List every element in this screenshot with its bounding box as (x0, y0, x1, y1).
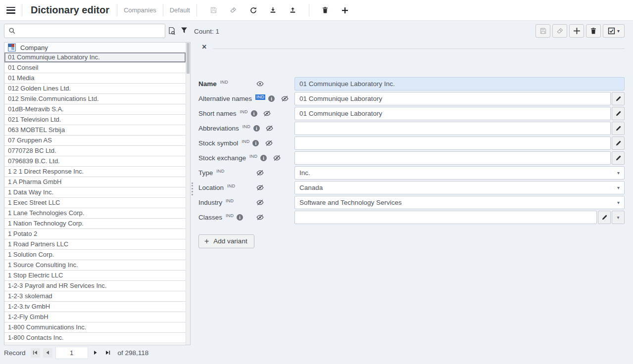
close-record-button[interactable]: × (202, 44, 206, 50)
save-button[interactable] (204, 3, 224, 18)
erase-button[interactable] (224, 3, 243, 18)
classes-visibility-off-icon[interactable] (254, 214, 266, 221)
type-visibility-off-icon[interactable] (254, 169, 266, 177)
classes-info-icon: i (237, 214, 243, 221)
stock-exchange-edit-button[interactable] (612, 151, 625, 165)
alternative-names-field[interactable]: 01 Communique Laboratory (294, 92, 611, 105)
abbreviations-edit-button[interactable] (612, 122, 625, 135)
upload-button[interactable] (283, 3, 303, 18)
select-records-dropdown-button[interactable]: ▾ (603, 24, 625, 38)
next-record-button[interactable] (91, 348, 100, 358)
list-item[interactable]: 1-800 East West Mortgage Company Inc. (4, 343, 186, 345)
abbreviations-row: AbbreviationsINDi (198, 122, 625, 135)
list-item[interactable]: 01 Communique Laboratory Inc. (4, 52, 186, 63)
classes-label: Classes (198, 214, 222, 221)
short-names-label: Short names (198, 110, 237, 117)
industry-selected-value: Software and Technology Services (299, 199, 402, 206)
list-item[interactable]: 1 Exec Street LLC (4, 198, 186, 208)
list-item[interactable]: 1 Stop Electric LLC (4, 271, 186, 281)
list-item[interactable]: 0770728 BC Ltd. (4, 146, 186, 156)
industry-select[interactable]: Software and Technology Services▾ (294, 196, 625, 209)
classes-edit-button[interactable] (598, 211, 611, 224)
list-item[interactable]: 1 Lane Technologies Corp. (4, 208, 186, 219)
name-visibility-icon[interactable] (254, 80, 266, 88)
list-item[interactable]: 1 2 1 Direct Response Inc. (4, 167, 186, 177)
classes-row: ClassesINDi▾ (198, 211, 625, 224)
list-item[interactable]: 1 Road Partners LLC (4, 239, 186, 250)
location-select[interactable]: Canada▾ (294, 181, 625, 194)
industry-visibility-off-icon[interactable] (254, 199, 266, 206)
company-column-header[interactable]: Company (4, 43, 190, 53)
list-item[interactable]: 0796839 B.C. Ltd. (4, 156, 186, 167)
abbreviations-field[interactable] (294, 122, 611, 135)
record-detail-panel: × NameIND01 Communique Laboratory Inc.Al… (195, 42, 625, 364)
list-item[interactable]: 01 Conseil (4, 63, 186, 73)
stock-symbol-row: Stock symbolINDi (198, 136, 625, 150)
list-scrollbar[interactable] (186, 43, 190, 345)
list-item[interactable]: 1 Solution Corp. (4, 250, 186, 260)
record-erase-button[interactable] (552, 24, 567, 38)
stock-symbol-visibility-off-icon[interactable] (263, 139, 275, 147)
list-item[interactable]: 1 A Pharma GmbH (4, 177, 186, 187)
record-save-button[interactable] (536, 24, 550, 38)
download-button[interactable] (263, 3, 283, 18)
location-row: LocationINDCanada▾ (198, 181, 625, 194)
list-item[interactable]: 1 Potato 2 (4, 229, 186, 239)
alternative-names-visibility-off-icon[interactable] (279, 95, 291, 102)
filter-button[interactable] (181, 27, 188, 34)
breadcrumb-view[interactable]: Default (163, 6, 196, 14)
trash-icon (590, 27, 597, 35)
list-item[interactable]: 01dB-Metravib S.A. (4, 104, 186, 115)
short-names-edit-button[interactable] (612, 107, 625, 120)
short-names-visibility-off-icon[interactable] (261, 110, 273, 117)
previous-record-button[interactable] (43, 348, 52, 358)
list-item[interactable]: 1-2-3 skolemad (4, 291, 186, 302)
location-visibility-off-icon[interactable] (254, 184, 266, 191)
refresh-button[interactable] (243, 3, 263, 18)
list-item[interactable]: 1 Nation Technology Corp. (4, 219, 186, 229)
chevron-down-icon: ▾ (617, 28, 620, 34)
list-item[interactable]: 01 Media (4, 73, 186, 84)
list-item[interactable]: 1 Data Way Inc. (4, 187, 186, 198)
list-item[interactable]: 012 Golden Lines Ltd. (4, 84, 186, 94)
record-add-button[interactable] (569, 24, 584, 38)
stock-exchange-field[interactable] (294, 151, 611, 165)
eraser-icon (230, 6, 237, 14)
record-number-input[interactable] (55, 347, 88, 359)
panel-splitter-handle[interactable] (192, 182, 193, 195)
stock-symbol-ind-tag: IND (242, 139, 249, 144)
first-record-button[interactable] (31, 348, 40, 358)
last-record-button[interactable] (103, 348, 113, 358)
delete-button[interactable] (315, 3, 335, 18)
list-item[interactable]: 1 Source Consulting Inc. (4, 260, 186, 271)
type-select[interactable]: Inc.▾ (294, 166, 625, 180)
add-variant-button[interactable]: +Add variant (198, 234, 254, 248)
list-item[interactable]: 012 Smile.Communications Ltd. (4, 94, 186, 104)
stock-symbol-edit-button[interactable] (612, 136, 625, 150)
stock-exchange-visibility-off-icon[interactable] (271, 154, 283, 162)
list-item[interactable]: 1-800 Contacts Inc. (4, 333, 186, 343)
abbreviations-visibility-off-icon[interactable] (264, 125, 276, 132)
list-item[interactable]: 1-2-3.tv GmbH (4, 302, 186, 312)
search-in-document-button[interactable] (168, 27, 176, 35)
hamburger-menu-icon[interactable] (6, 7, 15, 14)
search-input[interactable] (16, 27, 165, 35)
classes-field[interactable] (294, 211, 597, 224)
name-field: 01 Communique Laboratory Inc. (294, 77, 625, 91)
classes-dropdown-button[interactable]: ▾ (612, 211, 625, 224)
list-item[interactable]: 1-2-Fly GmbH (4, 312, 186, 322)
alternative-names-edit-button[interactable] (612, 92, 625, 105)
list-item[interactable]: 063 MOBTEL Srbija (4, 125, 186, 136)
record-delete-button[interactable] (586, 24, 601, 38)
list-item[interactable]: 1-800 Communications Inc. (4, 322, 186, 333)
stock-symbol-field[interactable] (294, 136, 611, 150)
breadcrumb-dictionary[interactable]: Companies (117, 6, 163, 14)
stock-symbol-label: Stock symbol (198, 139, 238, 147)
short-names-field[interactable]: 01 Communique Laboratory (294, 107, 611, 120)
scrollbar-thumb[interactable] (187, 43, 190, 74)
add-button[interactable] (335, 3, 355, 18)
list-item[interactable]: 07 Gruppen AS (4, 136, 186, 146)
list-item[interactable]: 021 Television Ltd. (4, 115, 186, 125)
pencil-icon (615, 110, 622, 117)
list-item[interactable]: 1-2-3 Payroll and HR Services Inc. (4, 281, 186, 291)
